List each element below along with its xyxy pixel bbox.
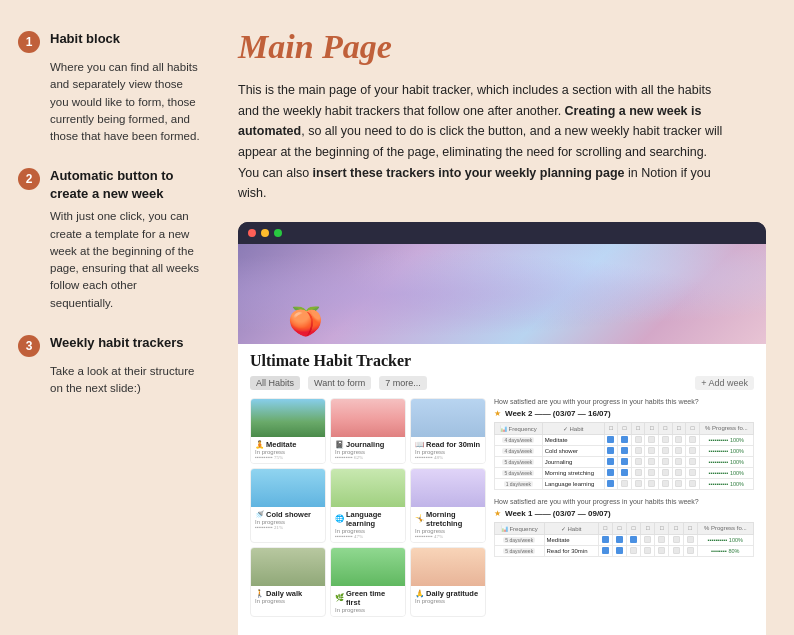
col-d6-w1: □ [669,522,683,534]
progress-cell: ▪▪▪▪▪▪▪▪▪▪ 100% [699,478,753,489]
col-d5-w1: □ [655,522,669,534]
check-cell [683,545,697,556]
check-cell [686,467,700,478]
check-cell [659,434,673,445]
check-cell [669,534,683,545]
check-cell [686,445,700,456]
gallery-card-7: 🌿 Green time first In progress [330,547,406,617]
left-panel: 1 Habit block Where you can find all hab… [0,0,220,635]
week1-header: ★ Week 1 —— (03/07 — 09/07) [494,509,754,518]
section-1-title: Habit block [50,30,120,48]
check-cell [672,445,686,456]
section-3-number: 3 [18,335,40,357]
habit-cell: Journaling [542,456,604,467]
col-d5: □ [659,422,673,434]
tracker-table-week2: 📊 Frequency ✓ Habit □ □ □ □ □ □ □ [494,422,754,490]
check-cell [604,478,618,489]
notion-tabs[interactable]: All Habits Want to form 7 more... + Add … [250,376,754,390]
check-cell [618,434,632,445]
check-cell [686,456,700,467]
check-cell [598,545,612,556]
check-cell [659,456,673,467]
add-week-button[interactable]: + Add week [695,376,754,390]
col-frequency-w1: 📊 Frequency [495,522,545,534]
check-cell [631,445,645,456]
check-cell [627,545,641,556]
check-cell [631,456,645,467]
check-cell [683,534,697,545]
gallery-card-3: 🚿 Cold shower In progress ▪▪▪▪▪▪▪▪▪▪ 21% [250,468,326,543]
gallery-card-body-4: 🌐 Language learning In progress ▪▪▪▪▪▪▪▪… [331,507,405,542]
tab-all-habits[interactable]: All Habits [250,376,300,390]
check-cell [645,456,659,467]
check-cell [618,445,632,456]
col-d1: □ [604,422,618,434]
dot-yellow [261,229,269,237]
gallery-img-2 [411,399,485,437]
col-d4: □ [645,422,659,434]
main-title: Main Page [238,28,766,66]
gallery-card-sub-8: In progress [415,598,481,604]
section-1: 1 Habit block Where you can find all hab… [18,30,202,145]
gallery-img-1 [331,399,405,437]
check-cell [686,478,700,489]
habit-cell: Cold shower [542,445,604,456]
check-cell [655,534,669,545]
main-description: This is the main page of your habit trac… [238,80,728,204]
check-cell [604,467,618,478]
notion-banner: 🍑 [238,244,766,344]
gallery-card-body-6: 🚶 Daily walk In progress [251,586,325,607]
tab-more[interactable]: 7 more... [379,376,427,390]
progress-3: ▪▪▪▪▪▪▪▪▪▪ 21% [255,525,321,530]
habit-cell: Language learning [542,478,604,489]
check-cell [618,478,632,489]
freq-cell: 5 days/week [495,534,545,545]
col-d7-w1: □ [683,522,697,534]
progress-1: ▪▪▪▪▪▪▪▪▪▪ 62% [335,455,401,460]
section-1-number: 1 [18,31,40,53]
gallery-card-5: 🤸 Morning stretching In progress ▪▪▪▪▪▪▪… [410,468,486,543]
tab-want-to-form[interactable]: Want to form [308,376,371,390]
gallery-card-title-7: 🌿 Green time first [335,589,401,607]
peach-icon: 🍑 [288,305,323,338]
col-d2: □ [618,422,632,434]
gallery-card-6: 🚶 Daily walk In progress [250,547,326,617]
check-cell [659,478,673,489]
habit-cell: Meditate [544,534,598,545]
gallery-img-0 [251,399,325,437]
check-cell [612,534,626,545]
check-cell [659,445,673,456]
check-cell [655,545,669,556]
gallery-card-title-8: 🙏 Daily gratitude [415,589,481,598]
notion-content: 🍑 Ultimate Habit Tracker All Habits Want… [238,244,766,635]
progress-cell: ▪▪▪▪▪▪▪▪ 80% [697,545,753,556]
notion-two-col: 🧘 Meditate In progress ▪▪▪▪▪▪▪▪▪▪ 75% 📓 … [250,398,754,628]
col-d7: □ [686,422,700,434]
check-cell [604,434,618,445]
tracker-week1: How satisfied are you with your progress… [494,498,754,557]
gallery-card-8: 🙏 Daily gratitude In progress [410,547,486,617]
habit-cell: Morning stretching [542,467,604,478]
table-row: 4 days/week Cold shower [495,445,754,456]
check-cell [672,467,686,478]
section-3: 3 Weekly habit trackers Take a look at t… [18,334,202,398]
col-progress: % Progress fo... [699,422,753,434]
check-cell [598,534,612,545]
check-cell [645,445,659,456]
check-cell [641,545,655,556]
tracker-table-week1: 📊 Frequency ✓ Habit □ □ □ □ □ □ □ [494,522,754,557]
habit-cell: Meditate [542,434,604,445]
freq-cell: 5 days/week [495,456,543,467]
section-1-header: 1 Habit block [18,30,202,53]
progress-5: ▪▪▪▪▪▪▪▪▪▪ 47% [415,534,481,539]
gallery-card-title-4: 🌐 Language learning [335,510,401,528]
gallery-card-title-2: 📖 Read for 30min [415,440,481,449]
tracker-week2: How satisfied are you with your progress… [494,398,754,490]
check-cell [631,478,645,489]
progress-0: ▪▪▪▪▪▪▪▪▪▪ 75% [255,455,321,460]
check-cell [641,534,655,545]
col-d1-w1: □ [598,522,612,534]
section-2-header: 2 Automatic button to create a new week [18,167,202,202]
section-1-body: Where you can find all habits and separa… [18,59,202,145]
week2-label: Week 2 —— (03/07 — 16/07) [505,409,611,418]
